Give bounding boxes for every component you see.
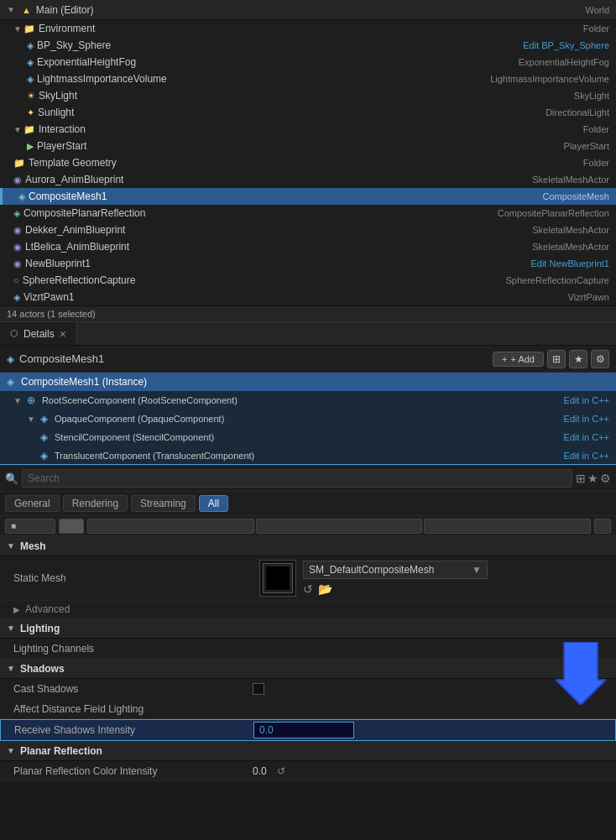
- type-label: CompositeMesh: [543, 191, 609, 201]
- edit-cpp-link[interactable]: Edit in C++: [564, 414, 609, 424]
- component-item-instance[interactable]: ◈ CompositeMesh1 (Instance): [0, 373, 616, 391]
- composite-icon: ◈: [18, 191, 25, 202]
- component-item[interactable]: ▼ ⊕ RootSceneComponent (RootSceneCompone…: [0, 391, 616, 410]
- page-title: CompositeMesh1: [19, 352, 104, 365]
- mesh-section: ▼ Mesh Static Mesh SM_DefaultCompositeMe…: [0, 536, 616, 618]
- type-label: PlayerStart: [564, 141, 609, 151]
- actor-icon: ◈: [27, 40, 34, 51]
- component-item[interactable]: ◈ TranslucentComponent (TranslucentCompo…: [0, 446, 616, 465]
- list-item[interactable]: ▼ 📁 Environment Folder: [0, 20, 616, 37]
- lighting-section-header[interactable]: ▼ Lighting: [0, 618, 616, 639]
- chevron-down-icon: ▼: [7, 746, 15, 755]
- mesh-action-icons: ↺ 📂: [303, 582, 488, 596]
- shadows-section-header[interactable]: ▼ Shadows: [0, 659, 616, 679]
- list-item[interactable]: 📁 Template Geometry Folder: [0, 154, 616, 171]
- chevron-down-icon: ▼: [7, 541, 15, 550]
- fog-icon: ◈: [27, 57, 34, 68]
- grid-icon[interactable]: ⊞: [576, 472, 586, 485]
- browse-icon[interactable]: 📂: [318, 582, 332, 596]
- section-label: Shadows: [20, 663, 65, 675]
- translucent-icon: ◈: [40, 450, 48, 462]
- planar-color-value: 0.0: [253, 765, 267, 777]
- composite-icon: ◈: [7, 353, 14, 365]
- receive-shadows-input[interactable]: [253, 722, 354, 738]
- chevron-right-icon: ▼: [13, 396, 22, 405]
- tab-general[interactable]: General: [5, 495, 60, 512]
- list-item[interactable]: ◉ NewBlueprint1 Edit NewBlueprint1: [0, 255, 616, 272]
- composite-icon: ◈: [7, 376, 14, 388]
- outliner-tree: ▼ 📁 Environment Folder ◈ BP_Sky_Sphere E…: [0, 20, 616, 305]
- item-label: SkyLight: [39, 90, 77, 102]
- edit-cpp-link[interactable]: Edit in C++: [564, 395, 609, 405]
- chevron-right-icon: ▼: [27, 415, 35, 424]
- item-label: Interaction: [39, 123, 86, 135]
- grid-view-button[interactable]: ⊞: [547, 350, 566, 368]
- folder-icon: 📁: [23, 23, 35, 34]
- planar-section-header[interactable]: ▼ Planar Reflection: [0, 741, 616, 761]
- details-title-bar: ◈ CompositeMesh1 + + Add ⊞ ★ ⚙: [0, 346, 616, 373]
- item-label: CompositeMesh1: [29, 190, 107, 202]
- list-item[interactable]: ◈ CompositePlanarReflection CompositePla…: [0, 205, 616, 222]
- component-item[interactable]: ▼ ◈ OpaqueComponent (OpaqueComponent) Ed…: [0, 410, 616, 428]
- world-label: World: [585, 5, 609, 15]
- component-item[interactable]: ◈ StencilComponent (StencilComponent) Ed…: [0, 428, 616, 446]
- tab-streaming[interactable]: Streaming: [131, 495, 196, 512]
- component-tree: ◈ CompositeMesh1 (Instance) ▼ ⊕ RootScen…: [0, 373, 616, 466]
- component-label: TranslucentComponent (TranslucentCompone…: [55, 451, 254, 461]
- reset-value-icon[interactable]: ↺: [277, 765, 285, 777]
- list-item[interactable]: ◉ LtBelica_AnimBlueprint SkeletalMeshAct…: [0, 238, 616, 255]
- advanced-row[interactable]: ▶ Advanced: [0, 601, 616, 618]
- type-label: Folder: [583, 23, 609, 34]
- item-label: Aurora_AnimBlueprint: [25, 174, 123, 185]
- filter-tabs: General Rendering Streaming All: [0, 492, 616, 516]
- item-label: Dekker_AnimBlueprint: [25, 224, 125, 236]
- list-item[interactable]: ◉ Dekker_AnimBlueprint SkeletalMeshActor: [0, 222, 616, 238]
- list-item[interactable]: ◈ ExponentialHeightFog ExponentialHeight…: [0, 54, 616, 70]
- list-item[interactable]: ✦ Sunlight DirectionalLight: [0, 104, 616, 121]
- tab-label: Details: [23, 328, 55, 340]
- list-item[interactable]: ◉ Aurora_AnimBlueprint SkeletalMeshActor: [0, 171, 616, 188]
- close-icon[interactable]: ×: [60, 327, 66, 341]
- edit-cpp-link[interactable]: Edit in C++: [564, 432, 609, 442]
- gear-icon[interactable]: ⚙: [600, 472, 611, 485]
- shadows-section: ▼ Shadows Cast Shadows Affect Distance F…: [0, 659, 616, 741]
- blueprint-icon: ◉: [13, 258, 22, 269]
- add-button[interactable]: + + Add: [493, 352, 544, 367]
- tab-details[interactable]: ⬡ Details ×: [0, 322, 77, 345]
- chevron-down-icon: ▼: [7, 623, 15, 633]
- list-item[interactable]: ○ SphereReflectionCapture SphereReflecti…: [0, 272, 616, 289]
- list-item[interactable]: ◈ BP_Sky_Sphere Edit BP_Sky_Sphere: [0, 37, 616, 54]
- skylight-icon: ☀: [27, 91, 35, 102]
- tab-all[interactable]: All: [199, 495, 228, 512]
- folder-icon: 📁: [23, 124, 35, 135]
- scene-icon: ⊕: [27, 394, 35, 406]
- mesh-prop-row: Static Mesh SM_DefaultCompositeMesh ▼ ↺ …: [0, 556, 616, 601]
- cast-shadows-checkbox[interactable]: [253, 683, 264, 695]
- list-item[interactable]: 👁 ◈ CompositeMesh1 CompositeMesh: [0, 188, 616, 205]
- tab-rendering[interactable]: Rendering: [63, 495, 128, 512]
- type-label: VizrtPawn: [568, 292, 609, 302]
- type-label: SkeletalMeshActor: [532, 175, 609, 185]
- planar-reflection-section: ▼ Planar Reflection Planar Reflection Co…: [0, 741, 616, 781]
- sphere-icon: ○: [13, 275, 19, 285]
- player-icon: ▶: [27, 141, 34, 152]
- list-item[interactable]: ◈ VizrtPawn1 VizrtPawn: [0, 289, 616, 305]
- affect-distance-label: Affect Distance Field Lighting: [13, 703, 253, 715]
- mesh-dropdown[interactable]: SM_DefaultCompositeMesh ▼: [303, 561, 488, 579]
- settings-button[interactable]: ⚙: [591, 350, 609, 368]
- bookmark-button[interactable]: ★: [569, 350, 587, 368]
- edit-cpp-link[interactable]: Edit in C++: [564, 451, 609, 461]
- star-icon[interactable]: ★: [587, 472, 598, 485]
- search-input[interactable]: [22, 469, 572, 488]
- type-label: SkeletalMeshActor: [532, 225, 609, 235]
- type-label: DirectionalLight: [546, 107, 609, 117]
- mesh-section-header[interactable]: ▼ Mesh: [0, 536, 616, 556]
- opaque-icon: ◈: [40, 413, 48, 425]
- list-item[interactable]: ▼ 📁 Interaction Folder: [0, 121, 616, 138]
- list-item[interactable]: ◈ LightmassImportanceVolume LightmassImp…: [0, 70, 616, 87]
- item-label: BP_Sky_Sphere: [37, 39, 111, 51]
- list-item[interactable]: ▶ PlayerStart PlayerStart: [0, 138, 616, 154]
- reset-icon[interactable]: ↺: [303, 582, 313, 596]
- list-item[interactable]: ☀ SkyLight SkyLight: [0, 87, 616, 104]
- search-bar: 🔍 ⊞ ★ ⚙: [0, 466, 616, 492]
